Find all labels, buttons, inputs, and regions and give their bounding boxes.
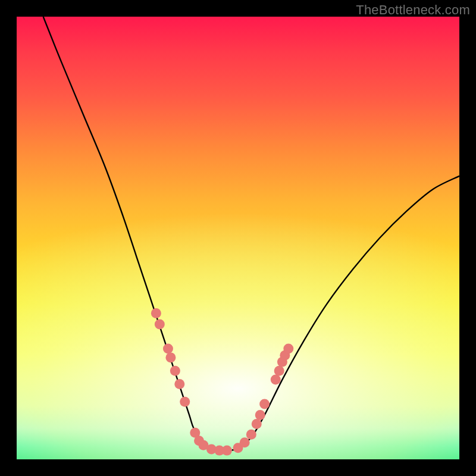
chart-marker xyxy=(252,419,262,429)
chart-marker xyxy=(259,399,270,409)
chart-frame: TheBottleneck.com xyxy=(0,0,476,476)
chart-marker xyxy=(174,379,184,389)
chart-marker xyxy=(165,352,176,362)
chart-svg xyxy=(17,17,459,459)
chart-marker xyxy=(271,375,281,385)
chart-marker xyxy=(283,344,293,354)
svg-point-0 xyxy=(17,213,459,459)
chart-marker xyxy=(180,397,190,407)
chart-marker xyxy=(163,344,173,354)
chart-marker xyxy=(274,366,284,376)
chart-marker xyxy=(170,366,180,376)
chart-marker xyxy=(255,410,265,420)
chart-marker xyxy=(151,308,161,318)
chart-marker xyxy=(240,437,250,447)
chart-marker xyxy=(155,320,165,330)
chart-marker xyxy=(222,446,232,456)
chart-marker xyxy=(246,430,256,440)
chart-plot-area xyxy=(17,17,459,459)
watermark-text: TheBottleneck.com xyxy=(356,2,470,18)
chart-glow-band xyxy=(17,213,459,459)
